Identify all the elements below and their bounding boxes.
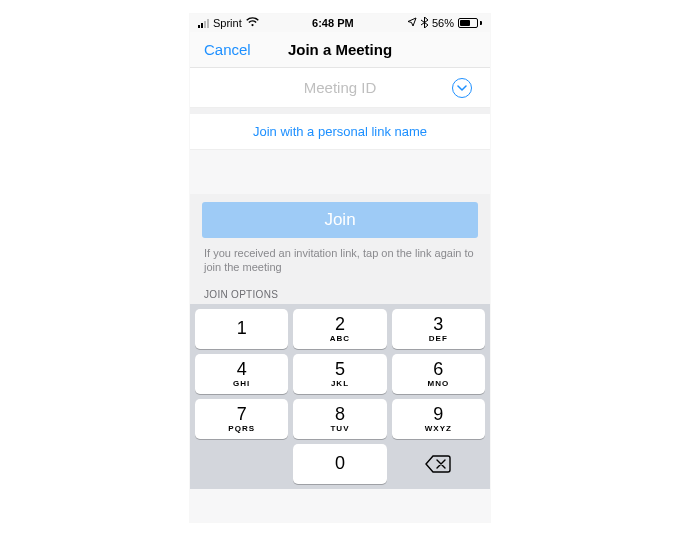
personal-link-button[interactable]: Join with a personal link name bbox=[190, 114, 490, 150]
clock: 6:48 PM bbox=[312, 17, 354, 29]
key-7[interactable]: 7 PQRS bbox=[195, 399, 288, 439]
nav-header: Cancel Join a Meeting bbox=[190, 32, 490, 68]
key-8[interactable]: 8 TUV bbox=[293, 399, 386, 439]
bluetooth-icon bbox=[421, 17, 428, 30]
join-options-label: JOIN OPTIONS bbox=[202, 289, 478, 304]
cancel-button[interactable]: Cancel bbox=[204, 41, 251, 58]
signal-icon bbox=[198, 19, 209, 28]
key-0[interactable]: 0 bbox=[293, 444, 386, 484]
wifi-icon bbox=[246, 17, 259, 29]
join-button[interactable]: Join bbox=[202, 202, 478, 238]
location-icon bbox=[407, 17, 417, 29]
key-5[interactable]: 5 JKL bbox=[293, 354, 386, 394]
status-right: 56% bbox=[407, 17, 482, 30]
key-6[interactable]: 6 MNO bbox=[392, 354, 485, 394]
status-left: Sprint bbox=[198, 17, 259, 29]
backspace-icon[interactable] bbox=[392, 444, 485, 484]
page-title: Join a Meeting bbox=[288, 41, 392, 58]
numeric-keypad: 1 2 ABC 3 DEF 4 GHI 5 JKL 6 MNO bbox=[190, 304, 490, 489]
status-bar: Sprint 6:48 PM 56% bbox=[190, 14, 490, 32]
key-9[interactable]: 9 WXYZ bbox=[392, 399, 485, 439]
key-3[interactable]: 3 DEF bbox=[392, 309, 485, 349]
battery-pct: 56% bbox=[432, 17, 454, 29]
phone-frame: Sprint 6:48 PM 56% Cancel Join a Meeting… bbox=[190, 14, 490, 522]
battery-icon bbox=[458, 18, 482, 28]
meeting-id-input[interactable]: Meeting ID bbox=[190, 68, 490, 108]
key-4[interactable]: 4 GHI bbox=[195, 354, 288, 394]
key-2[interactable]: 2 ABC bbox=[293, 309, 386, 349]
key-1[interactable]: 1 bbox=[195, 309, 288, 349]
hint-text: If you received an invitation link, tap … bbox=[202, 238, 478, 289]
chevron-down-icon[interactable] bbox=[452, 78, 472, 98]
meeting-id-placeholder: Meeting ID bbox=[304, 79, 377, 96]
carrier-label: Sprint bbox=[213, 17, 242, 29]
spacer bbox=[190, 150, 490, 194]
join-section: Join If you received an invitation link,… bbox=[190, 194, 490, 304]
